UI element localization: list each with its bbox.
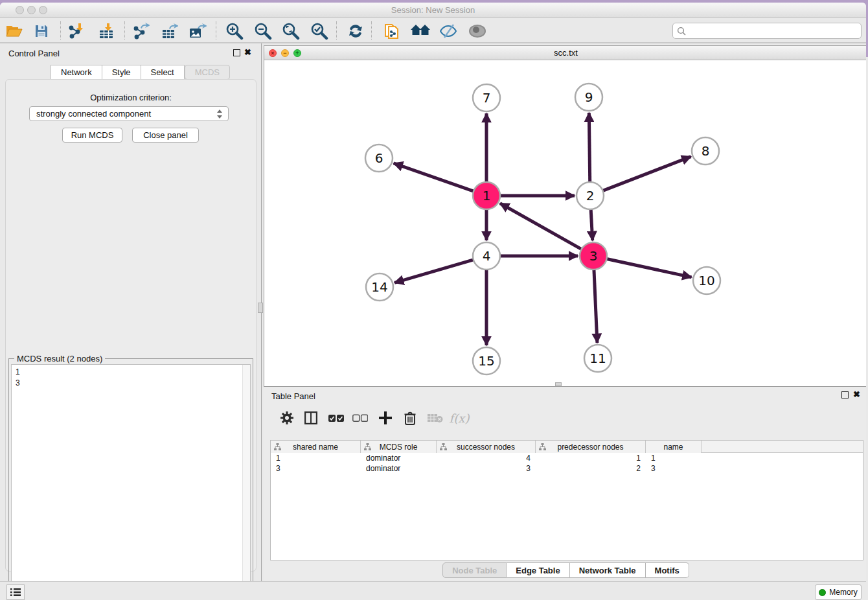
table-cell[interactable]: 3 (437, 463, 536, 474)
export-table-icon[interactable] (158, 20, 181, 42)
close-table-panel-icon[interactable]: ✖ (853, 389, 860, 399)
open-session-icon[interactable] (3, 20, 26, 42)
hide-glasses-icon[interactable] (437, 20, 460, 42)
function-builder-icon[interactable]: f(x) (449, 408, 470, 428)
column-header-shared-name: shared name (293, 443, 338, 452)
tab-motifs[interactable]: Motifs (646, 562, 689, 578)
table-header-cell[interactable]: predecessor nodes (536, 441, 646, 453)
table-header-cell[interactable]: shared name (271, 441, 361, 453)
tab-network-table[interactable]: Network Table (570, 562, 646, 578)
network-window-title: scc.txt (264, 48, 866, 58)
float-table-panel-icon[interactable] (841, 391, 849, 398)
select-all-icon[interactable] (326, 408, 347, 428)
table-header-cell[interactable]: name (646, 441, 702, 453)
search-field[interactable] (672, 23, 862, 39)
edge-3-11[interactable] (594, 270, 597, 343)
table-cell[interactable]: 1 (271, 453, 361, 463)
delete-column-icon[interactable] (400, 408, 420, 428)
run-mcds-button[interactable]: Run MCDS (62, 128, 122, 143)
float-panel-icon[interactable] (233, 49, 240, 56)
edge-4-14[interactable] (394, 260, 474, 283)
edge-2-8[interactable] (603, 157, 691, 191)
export-network-icon[interactable] (130, 20, 153, 42)
home-icon[interactable] (409, 20, 432, 42)
table-cell[interactable]: 4 (437, 453, 536, 463)
column-header-successor-nodes: successor nodes (457, 443, 515, 452)
column-type-icon (364, 443, 371, 450)
table-panel-title: Table Panel (271, 391, 315, 401)
control-panel-title: Control Panel (8, 49, 60, 58)
column-type-icon (440, 443, 447, 450)
close-panel-icon[interactable]: ✖ (244, 47, 251, 57)
tab-style[interactable]: Style (102, 65, 141, 80)
horizontal-splitter-handle[interactable] (555, 382, 562, 386)
memory-label: Memory (829, 588, 857, 597)
mcds-result-text[interactable]: 1 3 (11, 364, 251, 600)
table-header-cell[interactable]: MCDS role (361, 441, 437, 453)
zoom-selected-icon[interactable] (308, 20, 331, 42)
node-label-2: 2 (586, 188, 595, 203)
control-panel: Control Panel ✖ NetworkStyleSelectMCDS O… (0, 43, 262, 581)
export-image-icon[interactable] (186, 20, 209, 42)
memory-button[interactable]: Memory (815, 584, 862, 600)
table-header-cell[interactable]: successor nodes (437, 441, 536, 453)
close-panel-button[interactable]: Close panel (132, 128, 199, 143)
mcds-result-title: MCDS result (2 nodes) (14, 354, 105, 363)
gear-icon[interactable] (277, 408, 297, 428)
table-row[interactable]: 1dominator411 (271, 453, 863, 463)
node-label-8: 8 (702, 143, 710, 159)
list-icon (10, 588, 21, 597)
title-bar: Session: New Session (0, 3, 866, 18)
zoom-in-icon[interactable] (223, 20, 246, 42)
edge-2-9[interactable] (589, 113, 589, 182)
table-cell[interactable]: dominator (361, 463, 437, 474)
criterion-select[interactable]: strongly connected component (29, 106, 229, 121)
table-row[interactable]: 3dominator323 (271, 463, 863, 474)
search-input[interactable] (686, 23, 861, 38)
control-panel-header: Control Panel ✖ (0, 43, 261, 63)
node-label-10: 10 (698, 273, 714, 288)
node-label-15: 15 (478, 353, 494, 369)
column-browser-icon[interactable] (301, 408, 321, 428)
tab-mcds[interactable]: MCDS (185, 65, 230, 80)
column-type-icon (539, 443, 546, 450)
task-history-button[interactable] (6, 584, 25, 600)
table-cell[interactable]: 3 (646, 463, 702, 474)
tab-node-table[interactable]: Node Table (442, 562, 507, 578)
edge-1-6[interactable] (394, 163, 474, 191)
application-window: Session: New Session (0, 3, 866, 600)
function-builder-label: f(x) (450, 411, 470, 425)
deselect-all-icon[interactable] (350, 408, 371, 428)
clone-network-icon[interactable] (380, 20, 404, 42)
tab-select[interactable]: Select (141, 65, 185, 80)
search-icon (677, 27, 686, 36)
tab-network[interactable]: Network (51, 65, 102, 80)
result-scrollbar[interactable] (242, 365, 250, 599)
zoom-fit-icon[interactable] (279, 20, 303, 42)
node-table[interactable]: shared nameMCDS rolesuccessor nodesprede… (270, 440, 863, 560)
node-label-1: 1 (483, 188, 491, 203)
table-cell[interactable]: 3 (271, 463, 361, 474)
edge-3-1[interactable] (500, 203, 582, 249)
edge-2-3[interactable] (591, 209, 593, 240)
refresh-icon[interactable] (344, 20, 367, 42)
import-network-icon[interactable] (65, 20, 88, 42)
table-cell[interactable]: 1 (646, 453, 702, 463)
node-label-3: 3 (589, 248, 598, 264)
node-label-6: 6 (375, 150, 383, 166)
add-column-icon[interactable] (375, 408, 396, 428)
network-graph-canvas[interactable]: 7968124314101511 (264, 60, 866, 386)
destroy-table-icon[interactable] (425, 408, 446, 428)
edge-3-10[interactable] (607, 259, 692, 277)
import-table-icon[interactable] (95, 20, 119, 42)
save-session-icon[interactable] (30, 20, 53, 42)
vertical-splitter-handle[interactable] (258, 303, 263, 313)
table-cell[interactable]: dominator (361, 453, 437, 463)
table-cell[interactable]: 2 (536, 463, 646, 474)
table-cell[interactable]: 1 (536, 453, 646, 463)
table-panel-tabs: Node TableEdge TableNetwork TableMotifs (264, 562, 866, 578)
column-header-MCDS-role: MCDS role (380, 443, 418, 452)
tab-edge-table[interactable]: Edge Table (507, 562, 569, 578)
zoom-out-icon[interactable] (251, 20, 275, 42)
show-eye-icon[interactable] (466, 20, 489, 42)
